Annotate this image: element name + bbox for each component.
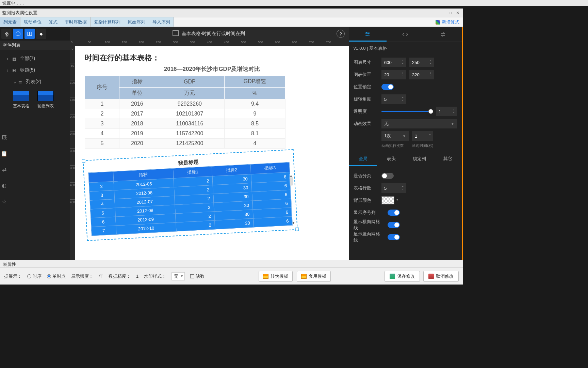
bottom-bar: 据展示： 时序 单时点 展示频度： 年 数据精度： 1 水印样式： 无 缺数 转… bbox=[0, 267, 463, 285]
save-icon bbox=[390, 274, 395, 279]
bottom-center: 转为模板 套用模板 bbox=[259, 271, 331, 282]
chevron-right-icon: › bbox=[7, 67, 10, 73]
checkbox-icon bbox=[190, 274, 194, 278]
height-input[interactable]: +− bbox=[409, 58, 434, 67]
missing-checkbox[interactable]: 缺数 bbox=[190, 273, 205, 279]
show-index-toggle[interactable] bbox=[388, 210, 400, 216]
canvas-title: 基本表格-时间在行或时间在列 bbox=[182, 31, 245, 37]
cancel-icon bbox=[428, 274, 434, 279]
loading-icon[interactable]: ◐ bbox=[2, 182, 6, 189]
main-body: 空件列表 › 全部(7) › 标题(5) ⌄ 列表(2) bbox=[0, 27, 463, 260]
template-icon bbox=[263, 274, 268, 279]
clipboard-icon[interactable]: 📋 bbox=[1, 150, 7, 157]
thumbnails: 基本表格 轮播列表 bbox=[4, 88, 68, 109]
tab-non-timeseries[interactable]: 非时序数据 bbox=[61, 17, 91, 27]
table-row: 320181100341168.5 bbox=[85, 119, 285, 129]
scroll-down-icon[interactable]: ▼ bbox=[292, 221, 295, 225]
cancel-button[interactable]: 取消修改 bbox=[423, 271, 459, 282]
selected-widget[interactable]: 我是标题 指标 指标1 指标2 指标3 22012-052306 32012-0… bbox=[83, 149, 298, 241]
show-hgrid-toggle[interactable] bbox=[388, 222, 400, 228]
chevron-right-icon: › bbox=[7, 56, 10, 61]
tabs-left: 列元素 联动单位 算式 非时序数据 复杂计算序列 原始序列 导入序列 bbox=[0, 17, 174, 27]
tool-settings-icon[interactable] bbox=[1, 29, 12, 39]
convert-template-button[interactable]: 转为模板 bbox=[259, 271, 293, 282]
subtab-locked-col[interactable]: 锁定列 bbox=[405, 152, 434, 166]
prop-show-index: 显示序号列 bbox=[354, 206, 457, 219]
canvas-header: 基本表格-时间在行或时间在列 ? bbox=[70, 27, 349, 41]
th-index: 序号 bbox=[85, 76, 119, 99]
animation-select[interactable]: 无▼ bbox=[381, 119, 457, 128]
thumb-basic-table[interactable]: 基本表格 bbox=[13, 91, 29, 109]
subtab-other[interactable]: 其它 bbox=[434, 152, 462, 166]
new-formula-button[interactable]: 新增算式 bbox=[432, 19, 463, 25]
rp-tab-code[interactable] bbox=[387, 27, 424, 42]
minimize-button[interactable]: — bbox=[440, 11, 446, 15]
canvas-wrap: 050100150200250300350400450 时间在行的基本表格： 2… bbox=[70, 46, 349, 260]
rotate-input[interactable]: +− bbox=[381, 94, 406, 104]
swap-icon[interactable]: ⇄ bbox=[2, 166, 6, 173]
tab-raw-series[interactable]: 原始序列 bbox=[124, 17, 149, 27]
y-input[interactable]: +− bbox=[409, 70, 434, 79]
rp-tab-swap[interactable] bbox=[424, 27, 462, 42]
canvas[interactable]: 时间在行的基本表格： 2016—2020年长沙市GDP及增速对比 序号 指标 G… bbox=[75, 46, 349, 260]
opacity-slider[interactable] bbox=[381, 111, 433, 112]
tree-all[interactable]: › 全部(7) bbox=[4, 53, 68, 64]
delay-input[interactable]: +− bbox=[412, 131, 433, 141]
prop-rotate: 旋转角度 +− bbox=[354, 93, 457, 105]
thumb-carousel-list[interactable]: 轮播列表 bbox=[37, 91, 54, 109]
watermark-select[interactable]: 无 bbox=[172, 272, 185, 280]
tree-list-label: 列表(2) bbox=[26, 79, 41, 85]
show-vgrid-toggle[interactable] bbox=[388, 234, 400, 240]
opacity-input[interactable]: +− bbox=[436, 107, 457, 116]
tab-formula[interactable]: 算式 bbox=[45, 17, 61, 27]
freq-label: 展示频度： bbox=[71, 273, 93, 279]
left-icon-column: 🖼 📋 ⇄ ◐ ☆ bbox=[0, 135, 8, 205]
canvas-heading: 时间在行的基本表格： bbox=[85, 53, 339, 63]
prop-bg: 背景颜色 bbox=[354, 194, 457, 206]
close-button[interactable]: ✕ bbox=[455, 11, 461, 15]
prop-opacity: 透明度 +− bbox=[354, 105, 457, 118]
heading-icon bbox=[12, 68, 18, 73]
tree-all-label: 全部(7) bbox=[20, 56, 35, 62]
slider-knob[interactable] bbox=[428, 109, 433, 114]
apply-template-button[interactable]: 套用模板 bbox=[297, 271, 331, 282]
svg-point-3 bbox=[368, 33, 369, 34]
tab-column-element[interactable]: 列元素 bbox=[0, 17, 20, 27]
right-panel-tabs bbox=[349, 27, 462, 42]
tree-list[interactable]: ⌄ 列表(2) bbox=[4, 76, 68, 88]
tool-split-icon[interactable] bbox=[24, 29, 35, 39]
help-button[interactable]: ? bbox=[337, 30, 345, 38]
th: GDP增速 bbox=[225, 76, 285, 88]
right-panel: v1.0.0 | 基本表格 图表尺寸 +− +− 图表位置 +− +− 位置锁定 bbox=[349, 27, 463, 260]
scroll-up-icon[interactable]: ▲ bbox=[289, 174, 293, 178]
tab-linked-unit[interactable]: 联动单位 bbox=[20, 17, 45, 27]
star-icon[interactable]: ☆ bbox=[2, 198, 6, 205]
svg-point-4 bbox=[366, 35, 368, 36]
scroll-thumb[interactable] bbox=[290, 177, 293, 185]
blue-table: 指标 指标1 指标2 指标3 22012-052306 32012-062306… bbox=[88, 162, 293, 236]
lock-toggle[interactable] bbox=[381, 84, 394, 90]
save-button[interactable]: 保存修改 bbox=[385, 271, 420, 282]
anim-times-select[interactable]: 1次▼ bbox=[381, 131, 409, 141]
step-down-icon[interactable]: − bbox=[402, 62, 405, 65]
rows-input[interactable]: +− bbox=[381, 183, 406, 193]
width-input[interactable]: +− bbox=[381, 58, 406, 67]
tab-complex-series[interactable]: 复杂计算序列 bbox=[91, 17, 124, 27]
table-row: 12016929232609.4 bbox=[85, 99, 285, 109]
paginate-toggle[interactable] bbox=[381, 173, 394, 179]
subtab-header[interactable]: 表头 bbox=[377, 152, 405, 166]
rp-tab-settings[interactable] bbox=[349, 27, 387, 42]
x-input[interactable]: +− bbox=[381, 70, 406, 79]
tool-fill-icon[interactable] bbox=[36, 29, 46, 39]
radio-sequence[interactable]: 时序 bbox=[27, 273, 42, 279]
maximize-button[interactable]: □ bbox=[447, 11, 453, 15]
radio-single-point[interactable]: 单时点 bbox=[47, 273, 66, 279]
prop-show-vgrid: 显示竖向网格线 bbox=[354, 231, 457, 243]
tool-cube-icon[interactable] bbox=[13, 29, 23, 39]
precision-label: 数据精度： bbox=[109, 273, 131, 279]
bg-color-picker[interactable] bbox=[381, 196, 394, 204]
subtab-global[interactable]: 全局 bbox=[349, 152, 377, 166]
tree-title[interactable]: › 标题(5) bbox=[4, 64, 68, 76]
tab-import-series[interactable]: 导入序列 bbox=[149, 17, 174, 27]
image-icon[interactable]: 🖼 bbox=[1, 135, 7, 141]
